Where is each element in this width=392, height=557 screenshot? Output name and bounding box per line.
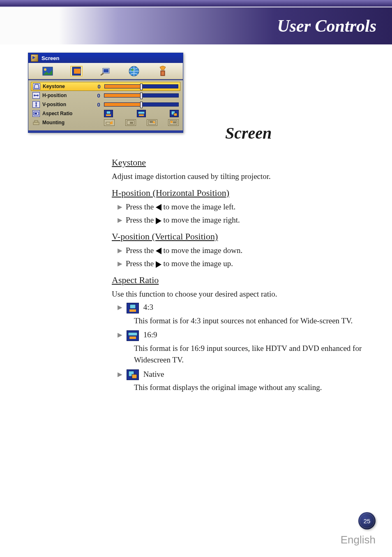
keystone-icon xyxy=(33,83,40,90)
osd-row-mounting[interactable]: Mounting xyxy=(31,118,180,127)
aspect-native-label: Native xyxy=(143,370,164,378)
svg-rect-40 xyxy=(129,337,136,339)
svg-rect-32 xyxy=(150,121,153,123)
mount-rear-icon[interactable] xyxy=(125,119,136,126)
aspect-169-label: 16:9 xyxy=(143,330,157,339)
aspect-43-icon[interactable] xyxy=(104,110,113,117)
svg-rect-42 xyxy=(132,374,137,378)
bullet-chevron-icon: ▶ xyxy=(118,202,122,212)
svg-rect-30 xyxy=(130,122,133,124)
page-header: User Controls xyxy=(0,7,392,44)
svg-rect-26 xyxy=(35,121,38,122)
svg-marker-13 xyxy=(37,94,39,97)
subhead-keystone: Keystone xyxy=(104,155,363,169)
osd-row-hposition[interactable]: H-position 0 xyxy=(31,91,180,100)
bullet-chevron-icon: ▶ xyxy=(118,303,122,312)
aspect-169-icon xyxy=(127,330,139,341)
right-arrow-icon xyxy=(156,218,161,224)
aspect-native-icon[interactable] xyxy=(170,110,179,117)
osd-row-aspect-ratio[interactable]: Aspect Ratio xyxy=(31,109,180,118)
bullet-vpos-down: ▶ Press the to move the image down. xyxy=(118,245,363,257)
svg-rect-38 xyxy=(129,309,136,312)
osd-label: Keystone xyxy=(43,84,96,89)
svg-rect-24 xyxy=(174,113,177,116)
svg-rect-20 xyxy=(106,114,111,116)
osd-value: 0 xyxy=(96,93,101,99)
aspect-169-icon[interactable] xyxy=(137,110,146,117)
section-heading-screen: Screen xyxy=(225,123,272,143)
svg-rect-22 xyxy=(139,114,144,116)
svg-rect-18 xyxy=(35,113,37,114)
osd-titlebar-icon xyxy=(31,54,38,62)
slider[interactable] xyxy=(104,93,179,97)
aspect-43-label: 4:3 xyxy=(143,303,153,311)
svg-marker-33 xyxy=(153,121,155,123)
osd-tab-language-icon[interactable] xyxy=(128,66,140,77)
osd-title-text: Screen xyxy=(42,55,59,61)
language-label: English xyxy=(341,534,376,546)
svg-marker-16 xyxy=(35,106,37,107)
desc-keystone: Adjust image distortion caused by tiltin… xyxy=(112,171,363,183)
mount-ceiling-rear-icon[interactable] xyxy=(168,119,179,126)
left-arrow-icon xyxy=(156,248,161,254)
svg-point-1 xyxy=(44,68,46,71)
svg-rect-39 xyxy=(128,332,137,336)
bullet-aspect-169: ▶ 16:9 xyxy=(118,329,363,341)
osd-body: Keystone 0 H-position 0 V-position 0 Asp… xyxy=(28,79,183,132)
osd-value: 0 xyxy=(96,102,101,108)
osd-label: Aspect Ratio xyxy=(42,111,96,116)
svg-marker-28 xyxy=(110,121,113,124)
bullet-aspect-native: ▶ Native xyxy=(118,369,363,381)
mount-front-icon[interactable] xyxy=(104,119,115,126)
slider[interactable] xyxy=(104,84,178,88)
osd-tab-image-icon[interactable] xyxy=(42,66,54,77)
bullet-chevron-icon: ▶ xyxy=(118,370,122,379)
vposition-icon xyxy=(32,101,40,108)
subhead-vposition: V-position (Vertical Position) xyxy=(104,230,363,243)
aspect-ratio-icon xyxy=(32,110,40,117)
bullet-hpos-left: ▶ Press the to move the image left. xyxy=(118,201,363,213)
svg-rect-36 xyxy=(173,121,176,123)
mounting-icon xyxy=(32,119,40,126)
osd-row-vposition[interactable]: V-position 0 xyxy=(31,100,180,109)
svg-marker-10 xyxy=(34,84,39,88)
osd-value: 0 xyxy=(96,84,102,90)
osd-screen-window: Screen Keystone 0 xyxy=(28,53,183,133)
svg-marker-9 xyxy=(160,66,166,70)
bullet-hpos-right: ▶ Press the to move the image right. xyxy=(118,214,363,226)
osd-row-keystone[interactable]: Keystone 0 xyxy=(31,82,180,91)
osd-label: H-position xyxy=(42,93,96,98)
osd-tab-bar xyxy=(28,63,183,79)
bullet-chevron-icon: ▶ xyxy=(118,216,122,225)
osd-tab-setup-icon[interactable] xyxy=(99,66,111,77)
svg-marker-15 xyxy=(35,102,37,103)
desc-aspect-native: This format displays the original image … xyxy=(134,382,363,394)
mounting-options xyxy=(104,119,179,126)
right-arrow-icon xyxy=(156,261,161,268)
aspect-options xyxy=(104,110,179,117)
osd-label: Mounting xyxy=(42,120,96,125)
svg-rect-5 xyxy=(104,69,108,72)
osd-tab-screen-icon[interactable] xyxy=(70,66,83,77)
osd-label: V-position xyxy=(42,102,96,107)
page-number-badge: 25 xyxy=(358,512,376,529)
aspect-43-icon xyxy=(127,303,139,313)
bullet-vpos-up: ▶ Press the to move the image up. xyxy=(118,258,363,270)
content-body: Keystone Adjust image distortion caused … xyxy=(104,152,363,396)
svg-rect-27 xyxy=(106,122,110,124)
mount-ceiling-front-icon[interactable] xyxy=(147,119,157,126)
svg-rect-21 xyxy=(138,111,145,114)
svg-rect-3 xyxy=(74,69,81,74)
page-footer: 25 English xyxy=(0,512,392,557)
svg-rect-35 xyxy=(171,121,173,123)
bullet-chevron-icon: ▶ xyxy=(118,259,122,269)
desc-aspect-169: This format is for 16:9 input sources, l… xyxy=(134,343,363,366)
bullet-aspect-43: ▶ 4:3 xyxy=(118,302,363,313)
subhead-hposition: H-position (Horizontal Position) xyxy=(104,186,363,200)
osd-titlebar: Screen xyxy=(28,53,183,63)
slider[interactable] xyxy=(104,102,179,107)
bullet-chevron-icon: ▶ xyxy=(118,330,122,340)
osd-tab-lamp-icon[interactable] xyxy=(157,66,169,77)
aspect-native-icon xyxy=(127,369,139,380)
svg-rect-37 xyxy=(130,304,136,309)
